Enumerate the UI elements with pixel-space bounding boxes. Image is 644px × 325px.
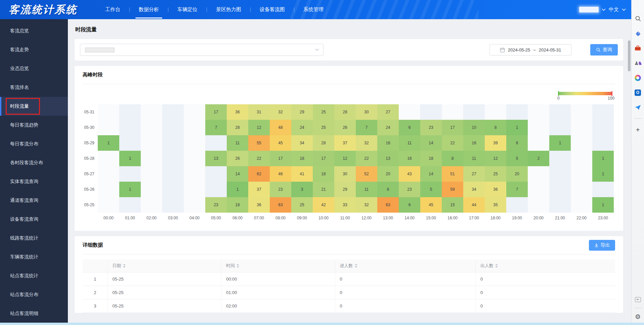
scenic-select[interactable]	[80, 44, 324, 56]
heatmap-cell-05-30-09:00[interactable]: 24	[291, 120, 313, 135]
heatmap-cell-05-29-21:00[interactable]: 1	[549, 135, 571, 151]
query-button[interactable]: 查询	[590, 44, 618, 56]
heatmap-cell-05-31-22:00[interactable]	[571, 104, 592, 120]
heatmap-cell-05-27-23:00[interactable]: 1	[592, 166, 614, 182]
heatmap-cell-05-30-19:00[interactable]: 1	[506, 120, 528, 135]
heatmap-cell-05-31-20:00[interactable]	[528, 104, 549, 120]
heatmap-cell-05-27-18:00[interactable]: 25	[485, 166, 506, 182]
heatmap-cell-05-30-15:00[interactable]: 23	[420, 120, 442, 135]
heatmap-cell-05-30-18:00[interactable]: 8	[485, 120, 506, 135]
heatmap-cell-05-29-22:00[interactable]	[571, 135, 592, 151]
heatmap-cell-05-26-14:00[interactable]: 23	[399, 182, 420, 197]
heatmap-cell-05-28-06:00[interactable]: 26	[227, 151, 248, 166]
heatmap-cell-05-29-05:00[interactable]	[205, 135, 227, 151]
heatmap-cell-05-25-02:00[interactable]	[141, 197, 162, 213]
heatmap-cell-05-29-10:00[interactable]: 28	[313, 135, 334, 151]
sidebar-item-16[interactable]: 站点客流明细	[0, 304, 68, 323]
heatmap-cell-05-25-16:00[interactable]: 15	[442, 197, 463, 213]
heatmap-cell-05-26-01:00[interactable]: 1	[119, 182, 141, 197]
heatmap-cell-05-29-16:00[interactable]: 22	[442, 135, 463, 151]
heatmap-cell-05-25-00:00[interactable]	[98, 197, 119, 213]
heatmap-color-legend[interactable]: 0 100	[558, 92, 612, 95]
heatmap-cell-05-31-00:00[interactable]	[98, 104, 119, 120]
sidebar-item-2[interactable]: 客流走势	[0, 40, 68, 59]
heatmap-cell-05-30-17:00[interactable]: 10	[463, 120, 485, 135]
sidebar-item-6[interactable]: 每日客流趋势	[0, 116, 68, 135]
heatmap-cell-05-31-07:00[interactable]: 31	[248, 104, 270, 120]
heatmap-cell-05-30-04:00[interactable]	[184, 120, 205, 135]
heatmap-cell-05-26-00:00[interactable]	[98, 182, 119, 197]
heatmap-cell-05-26-15:00[interactable]: 5	[420, 182, 442, 197]
games-icon[interactable]: ♟♞	[634, 59, 642, 67]
heatmap-cell-05-31-19:00[interactable]	[506, 104, 528, 120]
heatmap-cell-05-27-03:00[interactable]	[162, 166, 184, 182]
heatmap-cell-05-25-03:00[interactable]	[162, 197, 184, 213]
heatmap-cell-05-29-08:00[interactable]: 45	[270, 135, 291, 151]
nav-item-2[interactable]: 数据分析	[139, 0, 159, 19]
export-button[interactable]: 导出	[589, 240, 615, 251]
heatmap-cell-05-28-04:00[interactable]	[184, 151, 205, 166]
heatmap-cell-05-28-10:00[interactable]: 17	[313, 151, 334, 166]
heatmap-cell-05-29-14:00[interactable]: 11	[399, 135, 420, 151]
heatmap-cell-05-30-03:00[interactable]	[162, 120, 184, 135]
heatmap-cell-05-25-01:00[interactable]	[119, 197, 141, 213]
heatmap-cell-05-26-20:00[interactable]	[528, 182, 549, 197]
heatmap-cell-05-29-02:00[interactable]	[141, 135, 162, 151]
heatmap-cell-05-28-03:00[interactable]	[162, 151, 184, 166]
heatmap-cell-05-31-10:00[interactable]: 25	[313, 104, 334, 120]
heatmap-cell-05-29-09:00[interactable]: 34	[291, 135, 313, 151]
sidebar-item-8[interactable]: 各时段客流分布	[0, 153, 68, 172]
heatmap-cell-05-25-08:00[interactable]: 63	[270, 197, 291, 213]
heatmap-cell-05-28-05:00[interactable]: 13	[205, 151, 227, 166]
heatmap-cell-05-28-09:00[interactable]: 18	[291, 151, 313, 166]
heatmap-cell-05-29-06:00[interactable]: 11	[227, 135, 248, 151]
heatmap-cell-05-31-23:00[interactable]	[592, 104, 614, 120]
heatmap-cell-05-27-05:00[interactable]	[205, 166, 227, 182]
shopping-tag-icon[interactable]	[634, 30, 642, 37]
heatmap-cell-05-30-01:00[interactable]	[119, 120, 141, 135]
sidebar-item-4[interactable]: 客流排名	[0, 78, 68, 97]
sidebar-item-15[interactable]: 站点客流分布	[0, 285, 68, 304]
nav-item-3[interactable]: 车辆定位	[177, 0, 198, 19]
heatmap-cell-05-27-09:00[interactable]: 41	[291, 166, 313, 182]
heatmap-cell-05-25-04:00[interactable]	[184, 197, 205, 213]
heatmap-cell-05-25-12:00[interactable]: 32	[356, 197, 377, 213]
outlook-icon[interactable]: O	[634, 89, 642, 96]
language-chevron-down-icon[interactable]	[622, 8, 626, 11]
heatmap-cell-05-29-04:00[interactable]	[184, 135, 205, 151]
heatmap-cell-05-28-08:00[interactable]: 17	[270, 151, 291, 166]
heatmap-cell-05-30-20:00[interactable]	[528, 120, 549, 135]
heatmap-cell-05-28-00:00[interactable]	[98, 151, 119, 166]
page-scrollbar-thumb[interactable]	[628, 40, 631, 71]
heatmap-cell-05-28-19:00[interactable]: 5	[506, 151, 528, 166]
heatmap-cell-05-27-04:00[interactable]	[184, 166, 205, 182]
sidebar-item-1[interactable]: 客流总览	[0, 22, 68, 40]
heatmap-cell-05-27-16:00[interactable]: 51	[442, 166, 463, 182]
heatmap-cell-05-28-16:00[interactable]: 8	[442, 151, 463, 166]
heatmap-cell-05-26-05:00[interactable]	[205, 182, 227, 197]
heatmap-cell-05-26-13:00[interactable]: 6	[377, 182, 399, 197]
heatmap-cell-05-31-02:00[interactable]	[141, 104, 162, 120]
heatmap-cell-05-28-01:00[interactable]: 1	[119, 151, 141, 166]
heatmap-cell-05-26-04:00[interactable]	[184, 182, 205, 197]
screenshot-icon[interactable]: ✂	[634, 296, 642, 303]
heatmap-cell-05-26-07:00[interactable]: 37	[248, 182, 270, 197]
heatmap-cell-05-27-15:00[interactable]: 14	[420, 166, 442, 182]
heatmap-cell-05-26-17:00[interactable]: 34	[463, 182, 485, 197]
heatmap-cell-05-28-02:00[interactable]	[141, 151, 162, 166]
table-header-4[interactable]: 出人数	[476, 259, 615, 272]
heatmap-cell-05-29-11:00[interactable]: 37	[334, 135, 356, 151]
heatmap-cell-05-30-14:00[interactable]: 6	[399, 120, 420, 135]
language-selector[interactable]: 中文	[609, 6, 619, 13]
heatmap-cell-05-25-09:00[interactable]: 25	[291, 197, 313, 213]
heatmap-cell-05-29-23:00[interactable]	[592, 135, 614, 151]
heatmap-cell-05-25-13:00[interactable]: 63	[377, 197, 399, 213]
heatmap-cell-05-30-07:00[interactable]: 12	[248, 120, 270, 135]
heatmap-cell-05-30-08:00[interactable]: 48	[270, 120, 291, 135]
heatmap-cell-05-25-14:00[interactable]: 6	[399, 197, 420, 213]
heatmap-cell-05-31-08:00[interactable]: 32	[270, 104, 291, 120]
heatmap-cell-05-31-09:00[interactable]: 29	[291, 104, 313, 120]
heatmap-cell-05-28-21:00[interactable]	[549, 151, 571, 166]
heatmap-cell-05-27-00:00[interactable]	[98, 166, 119, 182]
heatmap-cell-05-25-07:00[interactable]: 36	[248, 197, 270, 213]
